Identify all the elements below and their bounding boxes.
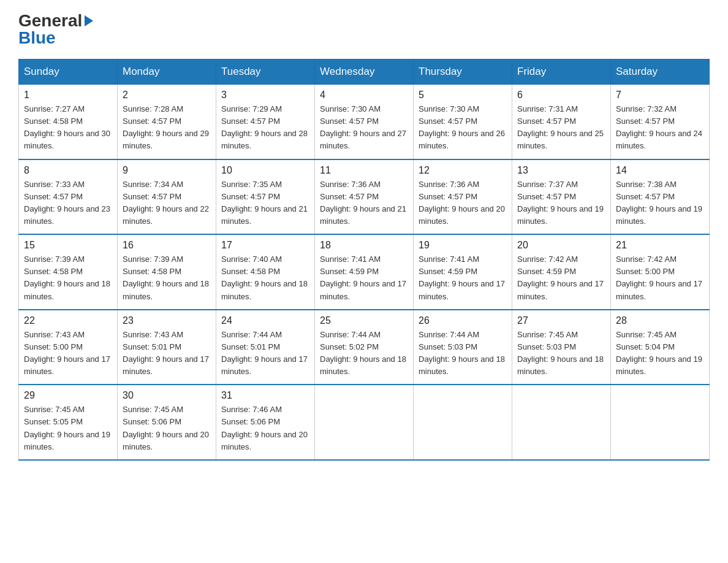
day-number: 8 xyxy=(24,165,112,176)
calendar-day-cell: 14 Sunrise: 7:38 AM Sunset: 4:57 PM Dayl… xyxy=(611,159,710,235)
calendar-day-cell: 4 Sunrise: 7:30 AM Sunset: 4:57 PM Dayli… xyxy=(315,85,414,159)
day-number: 29 xyxy=(24,390,112,401)
calendar-day-cell: 28 Sunrise: 7:45 AM Sunset: 5:04 PM Dayl… xyxy=(611,310,710,385)
day-info: Sunrise: 7:32 AM Sunset: 4:57 PM Dayligh… xyxy=(616,103,704,153)
day-number: 2 xyxy=(123,90,211,101)
day-info: Sunrise: 7:41 AM Sunset: 4:59 PM Dayligh… xyxy=(419,253,507,303)
day-number: 4 xyxy=(320,90,408,101)
calendar-day-cell xyxy=(512,385,611,460)
day-number: 25 xyxy=(320,315,408,326)
day-number: 1 xyxy=(24,90,112,101)
logo: General Blue xyxy=(18,12,94,47)
calendar-day-cell xyxy=(611,385,710,460)
calendar-week-row: 1 Sunrise: 7:27 AM Sunset: 4:58 PM Dayli… xyxy=(19,85,710,159)
day-info: Sunrise: 7:34 AM Sunset: 4:57 PM Dayligh… xyxy=(123,178,211,228)
day-info: Sunrise: 7:38 AM Sunset: 4:57 PM Dayligh… xyxy=(616,178,704,228)
calendar-day-cell: 13 Sunrise: 7:37 AM Sunset: 4:57 PM Dayl… xyxy=(512,159,611,235)
calendar-day-cell: 15 Sunrise: 7:39 AM Sunset: 4:58 PM Dayl… xyxy=(19,234,118,310)
day-info: Sunrise: 7:45 AM Sunset: 5:04 PM Dayligh… xyxy=(616,329,704,378)
day-info: Sunrise: 7:40 AM Sunset: 4:58 PM Dayligh… xyxy=(221,253,309,303)
calendar-week-row: 8 Sunrise: 7:33 AM Sunset: 4:57 PM Dayli… xyxy=(19,159,710,235)
calendar-day-cell xyxy=(414,385,512,460)
logo-triangle-icon xyxy=(85,15,93,26)
day-info: Sunrise: 7:39 AM Sunset: 4:58 PM Dayligh… xyxy=(123,253,211,303)
calendar-day-cell: 7 Sunrise: 7:32 AM Sunset: 4:57 PM Dayli… xyxy=(611,85,710,159)
day-info: Sunrise: 7:46 AM Sunset: 5:06 PM Dayligh… xyxy=(221,404,309,453)
page-header: General Blue xyxy=(18,12,710,47)
calendar-day-cell: 21 Sunrise: 7:42 AM Sunset: 5:00 PM Dayl… xyxy=(611,234,710,310)
weekday-header: Monday xyxy=(118,59,216,85)
day-info: Sunrise: 7:44 AM Sunset: 5:01 PM Dayligh… xyxy=(221,329,309,378)
day-info: Sunrise: 7:27 AM Sunset: 4:58 PM Dayligh… xyxy=(24,103,112,153)
weekday-header: Saturday xyxy=(611,59,710,85)
day-number: 6 xyxy=(517,90,605,101)
day-info: Sunrise: 7:30 AM Sunset: 4:57 PM Dayligh… xyxy=(320,103,408,153)
day-number: 26 xyxy=(419,315,507,326)
day-number: 7 xyxy=(616,90,704,101)
calendar-table: SundayMondayTuesdayWednesdayThursdayFrid… xyxy=(18,59,710,461)
day-number: 23 xyxy=(123,315,211,326)
day-info: Sunrise: 7:33 AM Sunset: 4:57 PM Dayligh… xyxy=(24,178,112,228)
day-number: 24 xyxy=(221,315,309,326)
calendar-day-cell: 6 Sunrise: 7:31 AM Sunset: 4:57 PM Dayli… xyxy=(512,85,611,159)
calendar-day-cell: 24 Sunrise: 7:44 AM Sunset: 5:01 PM Dayl… xyxy=(216,310,315,385)
calendar-day-cell: 5 Sunrise: 7:30 AM Sunset: 4:57 PM Dayli… xyxy=(414,85,512,159)
calendar-day-cell: 23 Sunrise: 7:43 AM Sunset: 5:01 PM Dayl… xyxy=(118,310,216,385)
weekday-header-row: SundayMondayTuesdayWednesdayThursdayFrid… xyxy=(19,59,710,85)
calendar-day-cell: 29 Sunrise: 7:45 AM Sunset: 5:05 PM Dayl… xyxy=(19,385,118,460)
day-number: 31 xyxy=(221,390,309,401)
calendar-day-cell xyxy=(315,385,414,460)
day-info: Sunrise: 7:35 AM Sunset: 4:57 PM Dayligh… xyxy=(221,178,309,228)
day-number: 13 xyxy=(517,165,605,176)
calendar-day-cell: 8 Sunrise: 7:33 AM Sunset: 4:57 PM Dayli… xyxy=(19,159,118,235)
day-info: Sunrise: 7:45 AM Sunset: 5:03 PM Dayligh… xyxy=(517,329,605,378)
day-number: 22 xyxy=(24,315,112,326)
day-info: Sunrise: 7:36 AM Sunset: 4:57 PM Dayligh… xyxy=(419,178,507,228)
calendar-day-cell: 3 Sunrise: 7:29 AM Sunset: 4:57 PM Dayli… xyxy=(216,85,315,159)
day-info: Sunrise: 7:45 AM Sunset: 5:06 PM Dayligh… xyxy=(123,404,211,453)
day-info: Sunrise: 7:28 AM Sunset: 4:57 PM Dayligh… xyxy=(123,103,211,153)
logo-blue-text: Blue xyxy=(18,29,56,47)
day-info: Sunrise: 7:37 AM Sunset: 4:57 PM Dayligh… xyxy=(517,178,605,228)
weekday-header: Wednesday xyxy=(315,59,414,85)
day-number: 21 xyxy=(616,240,704,251)
calendar-day-cell: 1 Sunrise: 7:27 AM Sunset: 4:58 PM Dayli… xyxy=(19,85,118,159)
day-info: Sunrise: 7:43 AM Sunset: 5:01 PM Dayligh… xyxy=(123,329,211,378)
calendar-week-row: 29 Sunrise: 7:45 AM Sunset: 5:05 PM Dayl… xyxy=(19,385,710,460)
day-number: 10 xyxy=(221,165,309,176)
day-number: 17 xyxy=(221,240,309,251)
day-number: 30 xyxy=(123,390,211,401)
calendar-day-cell: 9 Sunrise: 7:34 AM Sunset: 4:57 PM Dayli… xyxy=(118,159,216,235)
calendar-day-cell: 12 Sunrise: 7:36 AM Sunset: 4:57 PM Dayl… xyxy=(414,159,512,235)
day-info: Sunrise: 7:45 AM Sunset: 5:05 PM Dayligh… xyxy=(24,404,112,453)
day-number: 27 xyxy=(517,315,605,326)
calendar-day-cell: 11 Sunrise: 7:36 AM Sunset: 4:57 PM Dayl… xyxy=(315,159,414,235)
day-info: Sunrise: 7:44 AM Sunset: 5:02 PM Dayligh… xyxy=(320,329,408,378)
day-info: Sunrise: 7:36 AM Sunset: 4:57 PM Dayligh… xyxy=(320,178,408,228)
day-number: 19 xyxy=(419,240,507,251)
calendar-day-cell: 2 Sunrise: 7:28 AM Sunset: 4:57 PM Dayli… xyxy=(118,85,216,159)
day-number: 16 xyxy=(123,240,211,251)
day-info: Sunrise: 7:30 AM Sunset: 4:57 PM Dayligh… xyxy=(419,103,507,153)
day-number: 28 xyxy=(616,315,704,326)
day-info: Sunrise: 7:42 AM Sunset: 5:00 PM Dayligh… xyxy=(616,253,704,303)
weekday-header: Friday xyxy=(512,59,611,85)
calendar-day-cell: 20 Sunrise: 7:42 AM Sunset: 4:59 PM Dayl… xyxy=(512,234,611,310)
day-info: Sunrise: 7:42 AM Sunset: 4:59 PM Dayligh… xyxy=(517,253,605,303)
calendar-day-cell: 16 Sunrise: 7:39 AM Sunset: 4:58 PM Dayl… xyxy=(118,234,216,310)
calendar-day-cell: 25 Sunrise: 7:44 AM Sunset: 5:02 PM Dayl… xyxy=(315,310,414,385)
calendar-day-cell: 18 Sunrise: 7:41 AM Sunset: 4:59 PM Dayl… xyxy=(315,234,414,310)
calendar-week-row: 22 Sunrise: 7:43 AM Sunset: 5:00 PM Dayl… xyxy=(19,310,710,385)
calendar-day-cell: 17 Sunrise: 7:40 AM Sunset: 4:58 PM Dayl… xyxy=(216,234,315,310)
day-number: 12 xyxy=(419,165,507,176)
day-number: 20 xyxy=(517,240,605,251)
day-number: 15 xyxy=(24,240,112,251)
day-info: Sunrise: 7:39 AM Sunset: 4:58 PM Dayligh… xyxy=(24,253,112,303)
calendar-day-cell: 10 Sunrise: 7:35 AM Sunset: 4:57 PM Dayl… xyxy=(216,159,315,235)
calendar-day-cell: 30 Sunrise: 7:45 AM Sunset: 5:06 PM Dayl… xyxy=(118,385,216,460)
day-number: 14 xyxy=(616,165,704,176)
calendar-day-cell: 27 Sunrise: 7:45 AM Sunset: 5:03 PM Dayl… xyxy=(512,310,611,385)
day-number: 5 xyxy=(419,90,507,101)
day-number: 9 xyxy=(123,165,211,176)
day-info: Sunrise: 7:29 AM Sunset: 4:57 PM Dayligh… xyxy=(221,103,309,153)
